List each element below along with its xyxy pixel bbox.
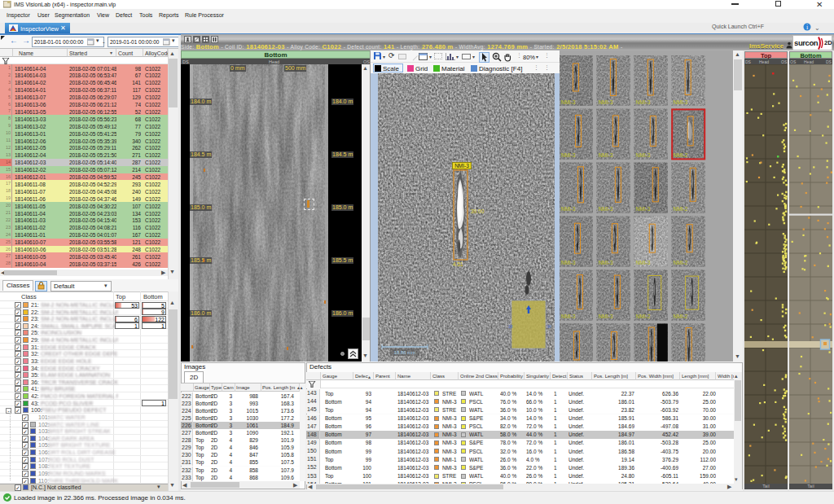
svg-text:NMI-3: NMI-3 <box>561 99 576 105</box>
svg-text:NMI-2: NMI-2 <box>674 206 688 212</box>
svg-text:NMI-2: NMI-2 <box>636 313 651 319</box>
svg-text:NMI-3: NMI-3 <box>599 99 613 105</box>
svg-text:NMI-3: NMI-3 <box>636 152 651 158</box>
svg-text:NMI-3: NMI-3 <box>599 152 613 158</box>
svg-text:NMI-3: NMI-3 <box>561 260 576 265</box>
svg-text:18.86 mm: 18.86 mm <box>394 350 416 355</box>
svg-text:NMI-2: NMI-2 <box>674 313 688 319</box>
svg-text:NMI-3: NMI-3 <box>561 206 576 212</box>
svg-text:NMI-3: NMI-3 <box>599 313 613 319</box>
svg-text:NMI-3: NMI-3 <box>636 99 651 105</box>
svg-text:NMI-3: NMI-3 <box>674 99 688 105</box>
svg-text:NMI-3: NMI-3 <box>561 313 576 319</box>
svg-text:NMI-3: NMI-3 <box>561 152 576 158</box>
svg-text:NMI-2: NMI-2 <box>674 260 688 265</box>
svg-text:NMI-3: NMI-3 <box>636 206 651 212</box>
svg-text:NMI-3: NMI-3 <box>599 206 613 212</box>
svg-text:W: W <box>547 324 551 329</box>
svg-text:NMI-3: NMI-3 <box>599 260 613 265</box>
svg-text:18: 18 <box>508 324 513 329</box>
svg-text:NMI-3: NMI-3 <box>636 260 651 265</box>
svg-text:NMI-2: NMI-2 <box>674 152 688 158</box>
